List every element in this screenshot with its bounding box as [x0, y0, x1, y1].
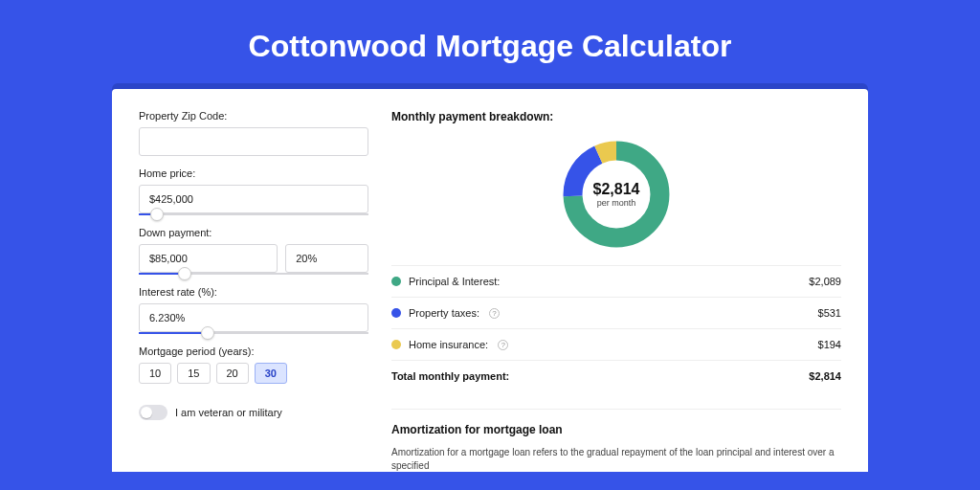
- interest-rate-input[interactable]: [139, 303, 368, 332]
- slider-thumb[interactable]: [178, 267, 191, 280]
- total-label: Total monthly payment:: [391, 370, 509, 382]
- legend-label: Property taxes:: [409, 307, 479, 319]
- info-icon[interactable]: ?: [498, 340, 508, 350]
- period-10-button[interactable]: 10: [139, 363, 171, 384]
- down-payment-label: Down payment:: [139, 227, 368, 238]
- home-price-slider[interactable]: [139, 213, 368, 215]
- donut-amount: $2,814: [593, 181, 640, 198]
- legend-value: $531: [818, 307, 841, 319]
- zip-input[interactable]: [139, 127, 368, 156]
- zip-label: Property Zip Code:: [139, 110, 368, 122]
- dot-icon: [391, 340, 401, 349]
- calculator-card: Property Zip Code: Home price: Down paym…: [112, 89, 868, 472]
- down-payment-slider[interactable]: [139, 273, 368, 275]
- down-payment-input[interactable]: [139, 244, 278, 273]
- legend-row-insurance: Home insurance: ? $194: [391, 328, 841, 360]
- info-icon[interactable]: ?: [489, 308, 500, 319]
- legend-label: Home insurance:: [409, 339, 488, 350]
- slider-fill: [139, 332, 208, 334]
- toggle-knob: [141, 407, 152, 418]
- veteran-toggle-label: I am veteran or military: [175, 407, 282, 418]
- down-payment-percent-input[interactable]: [285, 244, 368, 273]
- interest-rate-label: Interest rate (%):: [139, 286, 368, 298]
- total-row: Total monthly payment: $2,814: [391, 360, 841, 391]
- period-20-button[interactable]: 20: [216, 363, 249, 384]
- mortgage-period-group: 10 15 20 30: [139, 363, 368, 384]
- total-value: $2,814: [809, 370, 841, 382]
- donut-center: $2,814 per month: [559, 137, 674, 252]
- period-15-button[interactable]: 15: [177, 363, 210, 384]
- form-column: Property Zip Code: Home price: Down paym…: [139, 110, 368, 472]
- period-30-button[interactable]: 30: [255, 363, 287, 384]
- interest-rate-slider[interactable]: [139, 332, 368, 334]
- dot-icon: [391, 277, 401, 286]
- page-title: Cottonwood Mortgage Calculator: [0, 0, 980, 83]
- donut-chart-wrap: $2,814 per month: [391, 131, 841, 265]
- amortization-title: Amortization for mortgage loan: [391, 409, 841, 436]
- legend-label: Principal & Interest:: [409, 276, 500, 287]
- mortgage-period-label: Mortgage period (years):: [139, 345, 368, 357]
- legend-row-taxes: Property taxes: ? $531: [391, 297, 841, 328]
- slider-thumb[interactable]: [150, 208, 164, 221]
- legend-row-principal: Principal & Interest: $2,089: [391, 265, 841, 297]
- amortization-text: Amortization for a mortgage loan refers …: [391, 446, 841, 472]
- legend-value: $2,089: [809, 276, 841, 287]
- card-shadow: Property Zip Code: Home price: Down paym…: [112, 83, 868, 472]
- home-price-label: Home price:: [139, 167, 368, 179]
- veteran-toggle[interactable]: [139, 405, 167, 420]
- breakdown-title: Monthly payment breakdown:: [391, 110, 841, 123]
- dot-icon: [391, 308, 401, 318]
- slider-thumb[interactable]: [201, 326, 214, 340]
- home-price-input[interactable]: [139, 185, 368, 213]
- legend-value: $194: [818, 339, 841, 350]
- breakdown-column: Monthly payment breakdown: $2,814 per mo…: [391, 110, 841, 472]
- donut-sub-label: per month: [597, 198, 636, 208]
- donut-chart: $2,814 per month: [559, 137, 674, 252]
